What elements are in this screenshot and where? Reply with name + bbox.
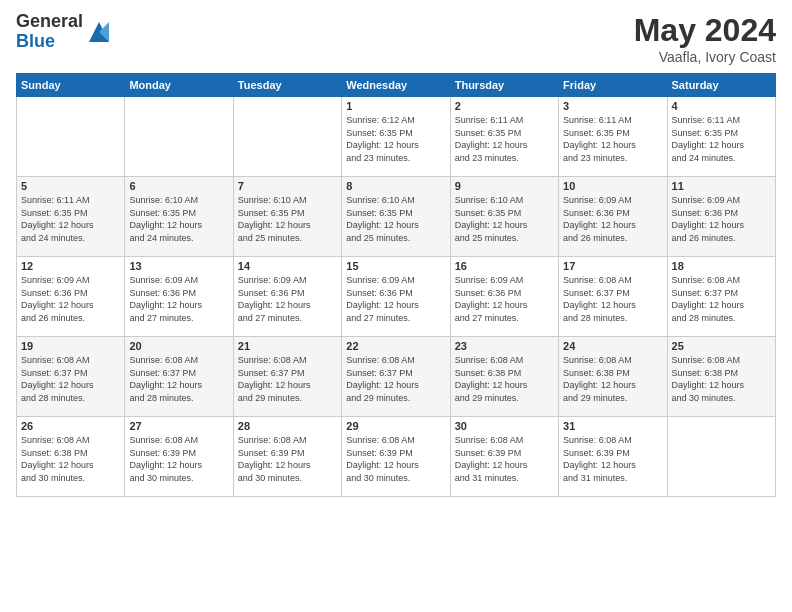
day-info: Sunrise: 6:09 AM Sunset: 6:36 PM Dayligh…	[672, 194, 771, 244]
header-tuesday: Tuesday	[233, 74, 341, 97]
header-sunday: Sunday	[17, 74, 125, 97]
calendar-cell: 27Sunrise: 6:08 AM Sunset: 6:39 PM Dayli…	[125, 417, 233, 497]
day-number: 10	[563, 180, 662, 192]
calendar-cell	[17, 97, 125, 177]
day-info: Sunrise: 6:10 AM Sunset: 6:35 PM Dayligh…	[238, 194, 337, 244]
header-wednesday: Wednesday	[342, 74, 450, 97]
day-info: Sunrise: 6:11 AM Sunset: 6:35 PM Dayligh…	[672, 114, 771, 164]
calendar-cell: 19Sunrise: 6:08 AM Sunset: 6:37 PM Dayli…	[17, 337, 125, 417]
calendar-cell: 31Sunrise: 6:08 AM Sunset: 6:39 PM Dayli…	[559, 417, 667, 497]
header-friday: Friday	[559, 74, 667, 97]
calendar-cell: 7Sunrise: 6:10 AM Sunset: 6:35 PM Daylig…	[233, 177, 341, 257]
day-info: Sunrise: 6:11 AM Sunset: 6:35 PM Dayligh…	[563, 114, 662, 164]
day-number: 28	[238, 420, 337, 432]
day-number: 20	[129, 340, 228, 352]
header-thursday: Thursday	[450, 74, 558, 97]
day-number: 1	[346, 100, 445, 112]
day-number: 27	[129, 420, 228, 432]
day-info: Sunrise: 6:09 AM Sunset: 6:36 PM Dayligh…	[563, 194, 662, 244]
day-number: 16	[455, 260, 554, 272]
day-number: 5	[21, 180, 120, 192]
logo-blue: Blue	[16, 32, 83, 52]
calendar-cell: 18Sunrise: 6:08 AM Sunset: 6:37 PM Dayli…	[667, 257, 775, 337]
calendar-cell: 15Sunrise: 6:09 AM Sunset: 6:36 PM Dayli…	[342, 257, 450, 337]
calendar-cell: 30Sunrise: 6:08 AM Sunset: 6:39 PM Dayli…	[450, 417, 558, 497]
calendar-cell: 22Sunrise: 6:08 AM Sunset: 6:37 PM Dayli…	[342, 337, 450, 417]
calendar-cell: 10Sunrise: 6:09 AM Sunset: 6:36 PM Dayli…	[559, 177, 667, 257]
day-number: 25	[672, 340, 771, 352]
calendar-cell: 17Sunrise: 6:08 AM Sunset: 6:37 PM Dayli…	[559, 257, 667, 337]
day-info: Sunrise: 6:08 AM Sunset: 6:39 PM Dayligh…	[129, 434, 228, 484]
calendar-week-1: 1Sunrise: 6:12 AM Sunset: 6:35 PM Daylig…	[17, 97, 776, 177]
day-info: Sunrise: 6:11 AM Sunset: 6:35 PM Dayligh…	[455, 114, 554, 164]
calendar-cell: 23Sunrise: 6:08 AM Sunset: 6:38 PM Dayli…	[450, 337, 558, 417]
logo-general: General	[16, 12, 83, 32]
calendar-cell: 13Sunrise: 6:09 AM Sunset: 6:36 PM Dayli…	[125, 257, 233, 337]
day-number: 30	[455, 420, 554, 432]
day-info: Sunrise: 6:08 AM Sunset: 6:39 PM Dayligh…	[455, 434, 554, 484]
calendar-cell: 6Sunrise: 6:10 AM Sunset: 6:35 PM Daylig…	[125, 177, 233, 257]
calendar-cell	[667, 417, 775, 497]
day-number: 12	[21, 260, 120, 272]
day-number: 24	[563, 340, 662, 352]
calendar-week-5: 26Sunrise: 6:08 AM Sunset: 6:38 PM Dayli…	[17, 417, 776, 497]
day-number: 8	[346, 180, 445, 192]
header: General Blue May 2024 Vaafla, Ivory Coas…	[16, 12, 776, 65]
calendar-cell: 11Sunrise: 6:09 AM Sunset: 6:36 PM Dayli…	[667, 177, 775, 257]
day-number: 19	[21, 340, 120, 352]
calendar-week-4: 19Sunrise: 6:08 AM Sunset: 6:37 PM Dayli…	[17, 337, 776, 417]
day-number: 9	[455, 180, 554, 192]
day-info: Sunrise: 6:09 AM Sunset: 6:36 PM Dayligh…	[238, 274, 337, 324]
day-info: Sunrise: 6:10 AM Sunset: 6:35 PM Dayligh…	[129, 194, 228, 244]
day-info: Sunrise: 6:08 AM Sunset: 6:37 PM Dayligh…	[672, 274, 771, 324]
day-info: Sunrise: 6:08 AM Sunset: 6:39 PM Dayligh…	[563, 434, 662, 484]
header-row: Sunday Monday Tuesday Wednesday Thursday…	[17, 74, 776, 97]
day-number: 23	[455, 340, 554, 352]
day-number: 4	[672, 100, 771, 112]
calendar-cell: 5Sunrise: 6:11 AM Sunset: 6:35 PM Daylig…	[17, 177, 125, 257]
day-number: 26	[21, 420, 120, 432]
day-info: Sunrise: 6:08 AM Sunset: 6:37 PM Dayligh…	[129, 354, 228, 404]
calendar-cell: 16Sunrise: 6:09 AM Sunset: 6:36 PM Dayli…	[450, 257, 558, 337]
day-number: 14	[238, 260, 337, 272]
day-info: Sunrise: 6:08 AM Sunset: 6:39 PM Dayligh…	[238, 434, 337, 484]
day-info: Sunrise: 6:11 AM Sunset: 6:35 PM Dayligh…	[21, 194, 120, 244]
day-info: Sunrise: 6:08 AM Sunset: 6:39 PM Dayligh…	[346, 434, 445, 484]
calendar-cell: 4Sunrise: 6:11 AM Sunset: 6:35 PM Daylig…	[667, 97, 775, 177]
day-number: 13	[129, 260, 228, 272]
calendar-cell: 24Sunrise: 6:08 AM Sunset: 6:38 PM Dayli…	[559, 337, 667, 417]
calendar-cell: 25Sunrise: 6:08 AM Sunset: 6:38 PM Dayli…	[667, 337, 775, 417]
header-monday: Monday	[125, 74, 233, 97]
day-number: 22	[346, 340, 445, 352]
day-info: Sunrise: 6:12 AM Sunset: 6:35 PM Dayligh…	[346, 114, 445, 164]
day-number: 17	[563, 260, 662, 272]
calendar-cell	[125, 97, 233, 177]
calendar-cell: 3Sunrise: 6:11 AM Sunset: 6:35 PM Daylig…	[559, 97, 667, 177]
calendar-cell: 29Sunrise: 6:08 AM Sunset: 6:39 PM Dayli…	[342, 417, 450, 497]
day-info: Sunrise: 6:08 AM Sunset: 6:38 PM Dayligh…	[563, 354, 662, 404]
day-info: Sunrise: 6:10 AM Sunset: 6:35 PM Dayligh…	[455, 194, 554, 244]
calendar-cell	[233, 97, 341, 177]
day-info: Sunrise: 6:08 AM Sunset: 6:38 PM Dayligh…	[21, 434, 120, 484]
day-info: Sunrise: 6:08 AM Sunset: 6:38 PM Dayligh…	[672, 354, 771, 404]
calendar-cell: 26Sunrise: 6:08 AM Sunset: 6:38 PM Dayli…	[17, 417, 125, 497]
day-number: 18	[672, 260, 771, 272]
title-block: May 2024 Vaafla, Ivory Coast	[634, 12, 776, 65]
calendar-cell: 2Sunrise: 6:11 AM Sunset: 6:35 PM Daylig…	[450, 97, 558, 177]
day-number: 3	[563, 100, 662, 112]
calendar-cell: 12Sunrise: 6:09 AM Sunset: 6:36 PM Dayli…	[17, 257, 125, 337]
day-info: Sunrise: 6:09 AM Sunset: 6:36 PM Dayligh…	[129, 274, 228, 324]
day-number: 2	[455, 100, 554, 112]
day-info: Sunrise: 6:10 AM Sunset: 6:35 PM Dayligh…	[346, 194, 445, 244]
logo-text: General Blue	[16, 12, 83, 52]
logo-icon	[85, 18, 113, 46]
calendar-cell: 1Sunrise: 6:12 AM Sunset: 6:35 PM Daylig…	[342, 97, 450, 177]
logo: General Blue	[16, 12, 113, 52]
day-info: Sunrise: 6:08 AM Sunset: 6:37 PM Dayligh…	[563, 274, 662, 324]
calendar-cell: 28Sunrise: 6:08 AM Sunset: 6:39 PM Dayli…	[233, 417, 341, 497]
calendar-cell: 21Sunrise: 6:08 AM Sunset: 6:37 PM Dayli…	[233, 337, 341, 417]
calendar-week-3: 12Sunrise: 6:09 AM Sunset: 6:36 PM Dayli…	[17, 257, 776, 337]
day-info: Sunrise: 6:09 AM Sunset: 6:36 PM Dayligh…	[455, 274, 554, 324]
month-title: May 2024	[634, 12, 776, 49]
day-info: Sunrise: 6:08 AM Sunset: 6:37 PM Dayligh…	[21, 354, 120, 404]
